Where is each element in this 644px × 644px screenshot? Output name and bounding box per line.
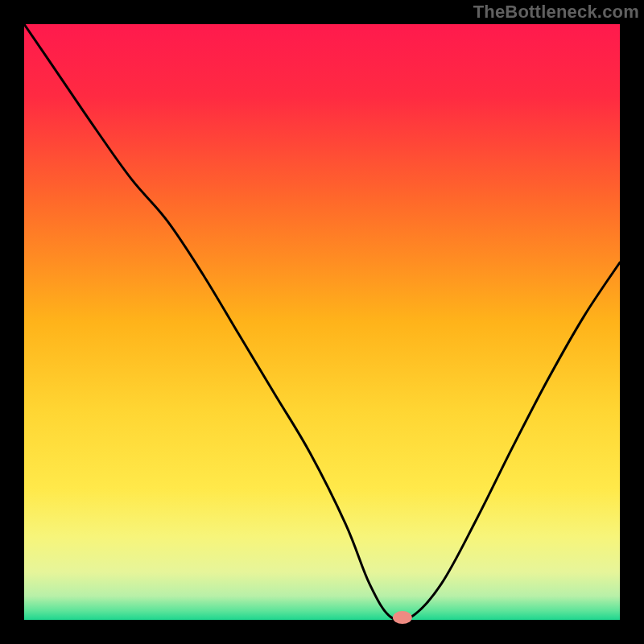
bottleneck-chart <box>0 0 644 644</box>
plot-background <box>24 24 620 620</box>
watermark-text: TheBottleneck.com <box>473 2 639 23</box>
chart-container: TheBottleneck.com <box>0 0 644 644</box>
optimum-marker <box>393 611 412 624</box>
